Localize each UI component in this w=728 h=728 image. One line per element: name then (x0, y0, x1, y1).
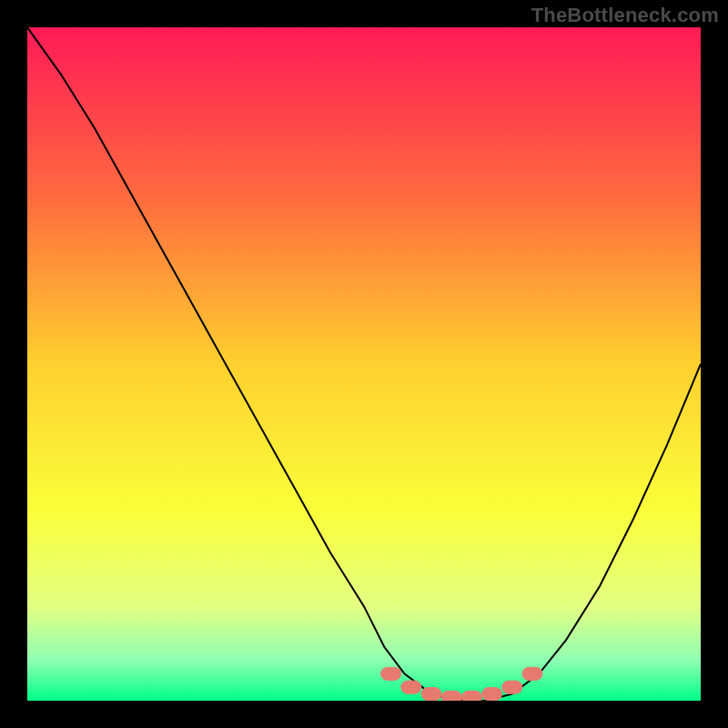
chart-svg (27, 27, 701, 701)
watermark-text: TheBottleneck.com (531, 4, 719, 27)
marker-pill (461, 691, 481, 701)
gradient-background (27, 27, 701, 701)
chart-frame: TheBottleneck.com (0, 0, 728, 728)
marker-pill (502, 681, 522, 693)
plot-area (27, 27, 701, 701)
marker-pill (421, 688, 441, 701)
marker-pill (441, 691, 461, 701)
marker-pill (401, 681, 421, 693)
marker-pill (381, 667, 401, 680)
marker-pill (522, 667, 542, 680)
marker-pill (482, 688, 502, 701)
